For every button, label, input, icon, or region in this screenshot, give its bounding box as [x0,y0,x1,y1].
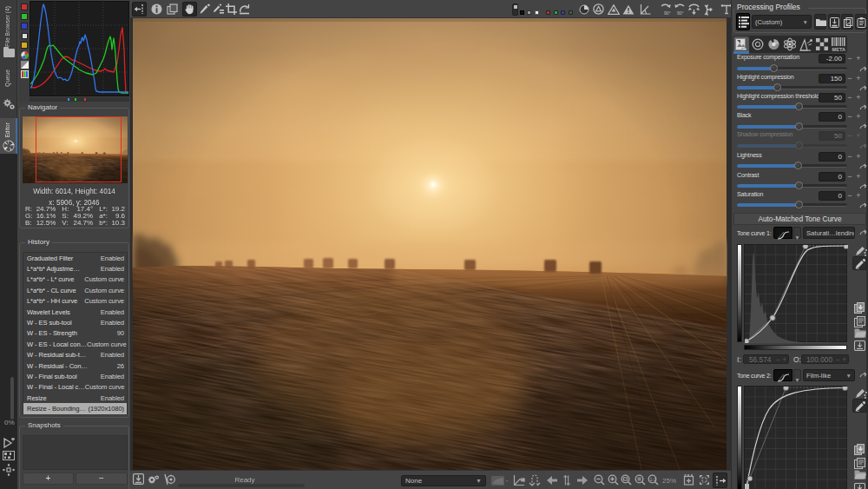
svg-text:META: META [832,47,845,52]
svg-text:90°: 90° [664,10,671,16]
svg-text:1:1: 1:1 [650,477,657,482]
svg-text:90°: 90° [677,10,684,16]
